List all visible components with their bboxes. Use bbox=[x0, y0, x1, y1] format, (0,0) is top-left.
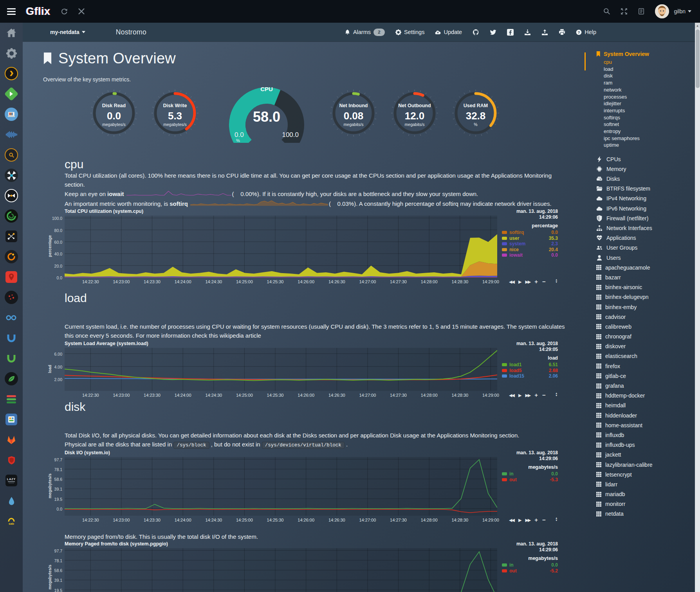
gauge-disk-write[interactable]: Disk Write5.3megabytes/s bbox=[151, 89, 199, 139]
nav-app-diskover[interactable]: diskover bbox=[596, 342, 695, 351]
gauge-net-outbound[interactable]: Net Outbound12.0megabits/s bbox=[390, 89, 439, 139]
chart-plot-area[interactable] bbox=[65, 216, 497, 277]
chart-plot-area[interactable] bbox=[65, 348, 497, 391]
nav-section-btrfs-filesystem[interactable]: BTRFS filesystem bbox=[596, 184, 695, 194]
facebook-icon[interactable] bbox=[507, 29, 514, 36]
sidebar-app-redshield-icon[interactable] bbox=[0, 450, 23, 470]
chart-disk[interactable]: Disk I/O (system.io)megabytes/s97.778.15… bbox=[46, 450, 558, 526]
nav-section-applications[interactable]: Applications bbox=[596, 233, 695, 243]
chart-zoom-out-button[interactable]: − bbox=[542, 517, 546, 523]
sidebar-app-bluetile-icon[interactable] bbox=[0, 409, 23, 430]
nav-app-elasticsearch[interactable]: elasticsearch bbox=[596, 351, 695, 361]
nav-section-memory[interactable]: Memory bbox=[596, 164, 695, 174]
sidebar-app-home-icon[interactable] bbox=[0, 23, 23, 43]
nav-app-apacheguacamole[interactable]: apacheguacamole bbox=[596, 263, 695, 272]
chart-zoom-out-button[interactable]: − bbox=[542, 392, 546, 398]
sidebar-app-emby-icon[interactable] bbox=[0, 84, 23, 104]
nav-app-hiddenloader[interactable]: hiddenloader bbox=[596, 410, 695, 420]
chart-zoom-in-button[interactable]: + bbox=[534, 517, 538, 523]
close-icon[interactable] bbox=[78, 8, 85, 15]
chart-load[interactable]: System Load Average (system.load)load6.0… bbox=[46, 341, 558, 401]
nav-app-letsencrypt[interactable]: letsencrypt bbox=[596, 470, 695, 479]
legend-item-nice[interactable]: nice20.4 bbox=[502, 247, 558, 253]
nav-item-ram[interactable]: ram bbox=[604, 79, 695, 86]
nav-section-users[interactable]: Users bbox=[596, 253, 695, 263]
chart-cpu[interactable]: Total CPU utilization (system.cpu)percen… bbox=[46, 209, 558, 288]
gauge-net-inbound[interactable]: Net Inbound0.08megabits/s bbox=[329, 89, 378, 139]
sidebar-app-sab-icon[interactable]: sab bbox=[0, 511, 23, 531]
avatar[interactable] bbox=[655, 4, 669, 18]
nav-app-binhex-emby[interactable]: binhex-emby bbox=[596, 302, 695, 312]
chart-play-button[interactable]: ▶ bbox=[518, 392, 521, 398]
nav-item-network[interactable]: network bbox=[604, 86, 695, 94]
sidebar-app-leaf-icon[interactable] bbox=[0, 369, 23, 389]
nav-app-netdata[interactable]: netdata bbox=[596, 509, 695, 519]
legend-item-in[interactable]: in0.0 bbox=[502, 562, 558, 568]
nav-section-ipv4-networking[interactable]: IPv4 Networking bbox=[596, 194, 695, 203]
nav-app-firefox[interactable]: firefox bbox=[596, 361, 695, 371]
sidebar-app-dots-icon[interactable] bbox=[0, 287, 23, 308]
sidebar-app-swirl-icon[interactable] bbox=[0, 206, 23, 226]
scrollbar-thumb[interactable] bbox=[696, 29, 700, 88]
nav-app-binhex-delugevpn[interactable]: binhex-delugevpn bbox=[596, 292, 695, 302]
update-button[interactable]: Update bbox=[435, 29, 462, 35]
nav-app-home-assistant[interactable]: home-assistant bbox=[596, 420, 695, 430]
sidebar-app-gitlab-icon[interactable] bbox=[0, 430, 23, 450]
legend-item-load1[interactable]: load16.51 bbox=[502, 362, 558, 368]
nav-app-bazarr[interactable]: bazarr bbox=[596, 272, 695, 282]
nav-app-heimdall[interactable]: heimdall bbox=[596, 401, 695, 410]
nav-app-influxdb[interactable]: influxdb bbox=[596, 430, 695, 440]
nav-item-softirqs[interactable]: softirqs bbox=[604, 114, 695, 121]
nav-app-lidarr[interactable]: lidarr bbox=[596, 479, 695, 489]
chart-zoom-in-button[interactable]: + bbox=[534, 279, 538, 284]
nav-item-disk[interactable]: disk bbox=[604, 72, 695, 79]
nav-app-influxdb-ups[interactable]: influxdb-ups bbox=[596, 440, 695, 450]
nav-app-gitlab-ce[interactable]: gitlab-ce bbox=[596, 371, 695, 381]
chart-forward-button[interactable]: ▶▶ bbox=[525, 279, 530, 284]
gauge-cpu[interactable]: CPU58.00.0100.0% bbox=[224, 81, 310, 144]
sidebar-app-greenu-icon[interactable] bbox=[0, 348, 23, 369]
github-icon[interactable] bbox=[473, 29, 479, 36]
hamburger-menu-icon[interactable] bbox=[0, 8, 23, 15]
sidebar-app-waveform-icon[interactable] bbox=[0, 124, 23, 145]
sidebar-app-drop-icon[interactable] bbox=[0, 491, 23, 511]
nav-app-hddtemp-docker[interactable]: hddtemp-docker bbox=[596, 391, 695, 401]
nav-app-chronograf[interactable]: chronograf bbox=[596, 332, 695, 342]
nav-item-ipc-semaphores[interactable]: ipc semaphores bbox=[604, 135, 695, 142]
nav-app-mariadb[interactable]: mariadb bbox=[596, 489, 695, 499]
import-snapshot-icon[interactable] bbox=[541, 29, 548, 36]
chart-zoom-out-button[interactable]: − bbox=[542, 279, 546, 284]
nav-app-grafana[interactable]: grafana bbox=[596, 381, 695, 390]
refresh-icon[interactable] bbox=[61, 8, 68, 15]
sidebar-app-bowtie-icon[interactable] bbox=[0, 185, 23, 206]
nav-section-firewall-netfilter-[interactable]: Firewall (netfilter) bbox=[596, 213, 695, 223]
nav-section-user-groups[interactable]: User Groups bbox=[596, 243, 695, 253]
sidebar-app-redpin-icon[interactable] bbox=[0, 267, 23, 287]
chart-rewind-button[interactable]: ◀◀ bbox=[509, 517, 514, 523]
legend-item-out[interactable]: out-5.2 bbox=[502, 568, 558, 574]
sidebar-app-bluu-icon[interactable] bbox=[0, 328, 23, 348]
nav-app-jackett[interactable]: jackett bbox=[596, 450, 695, 460]
legend-item-iowait[interactable]: iowait0.0 bbox=[502, 252, 558, 258]
nav-app-calibreweb[interactable]: calibreweb bbox=[596, 322, 695, 331]
chart-forward-button[interactable]: ▶▶ bbox=[525, 517, 530, 523]
chart-pgpgio[interactable]: Memory Paged from/to disk (system.pgpgio… bbox=[46, 541, 558, 592]
chart-resize-handle[interactable]: ▲▼ bbox=[555, 392, 557, 397]
nav-app-binhex-airsonic[interactable]: binhex-airsonic bbox=[596, 283, 695, 292]
legend-item-softirq[interactable]: softirq0.0 bbox=[502, 230, 558, 236]
chart-resize-handle[interactable]: ▲▼ bbox=[555, 279, 557, 283]
chart-forward-button[interactable]: ▶▶ bbox=[525, 392, 530, 398]
chart-plot-area[interactable] bbox=[65, 457, 497, 516]
nav-app-cadvisor[interactable]: cadvisor bbox=[596, 312, 695, 322]
sidebar-app-pinwheel-icon[interactable] bbox=[0, 165, 23, 185]
nav-app-monitorr[interactable]: monitorr bbox=[596, 499, 695, 509]
user-menu-caret-icon[interactable] bbox=[688, 10, 691, 13]
settings-button[interactable]: Settings bbox=[395, 29, 424, 35]
username[interactable]: gilbn bbox=[674, 8, 686, 14]
chart-zoom-in-button[interactable]: + bbox=[534, 392, 538, 398]
twitter-icon[interactable] bbox=[490, 29, 496, 36]
legend-item-user[interactable]: user35.3 bbox=[502, 236, 558, 241]
nav-item-softnet[interactable]: softnet bbox=[604, 121, 695, 128]
legend-item-load15[interactable]: load152.06 bbox=[502, 373, 558, 379]
gauge-disk-read[interactable]: Disk Read0.0megabytes/s bbox=[90, 89, 138, 139]
